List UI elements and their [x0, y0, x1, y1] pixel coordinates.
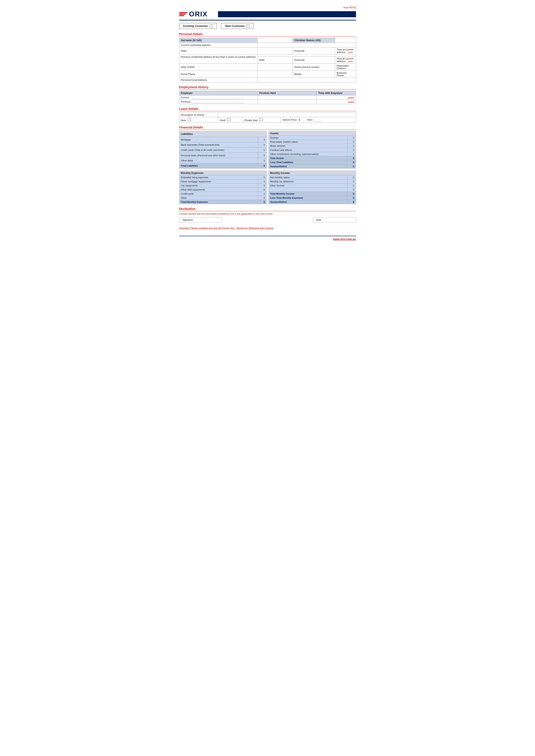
previous-position-value[interactable] — [258, 100, 317, 104]
date-label: Date — [316, 219, 321, 221]
orix-logo-text: ORIX — [189, 10, 208, 18]
motor-vehicles-row: Motor vehicles $ — [268, 144, 356, 148]
total-monthly-income-label: Total Monthly Income — [268, 192, 347, 196]
home-phone-label: Home Phone — [179, 71, 257, 78]
email-value[interactable] — [257, 78, 356, 82]
surname-value[interactable] — [257, 38, 293, 43]
email-label: Personal Email Address — [179, 78, 257, 82]
new-checkbox[interactable] — [188, 118, 191, 121]
dob-value[interactable] — [257, 64, 293, 71]
savings-dollar: $ — [347, 136, 356, 140]
other-investments-label: Other investments (excluding superannuat… — [268, 152, 347, 156]
less-total-monthly-expenses-label: Less Total Monthly Expenses — [268, 196, 347, 200]
term-label: Term — [307, 119, 313, 121]
credit-cards-exp-row: Credit cards $ — [179, 192, 267, 196]
christian-names-label: Christian Names (All): — [293, 38, 335, 43]
form-number: Form P07/16 — [179, 7, 356, 9]
other-exp-dollar: $ — [258, 196, 267, 200]
drivers-licence-label: Drivers licence number — [293, 64, 335, 71]
private-sale-checkbox[interactable] — [260, 118, 263, 121]
credit-cards-row: Credit cards (Total of all credit card l… — [179, 148, 267, 152]
monthly-section: Monthly Expenses Estimated living expens… — [179, 171, 356, 204]
personal-debts-row: Personal debts (Personal and other loans… — [179, 152, 267, 158]
car-repayments-row: Car repayments $ — [179, 184, 267, 188]
new-customer-label: New Customer — [225, 24, 245, 28]
real-estate-dollar: $ — [347, 140, 356, 144]
real-estate-label: Real estate (market value) — [268, 140, 347, 144]
existing-customer-checkbox[interactable] — [210, 25, 212, 28]
date-box[interactable]: Date — [313, 217, 356, 222]
home-phone-value[interactable] — [257, 71, 293, 78]
credit-cards-exp-dollar: $ — [258, 192, 267, 196]
surplus-deficit-label: Surplus/Deficit — [268, 164, 347, 169]
term-value[interactable] — [313, 119, 322, 121]
monthly-car-allowance-label: Monthly car allowance — [268, 179, 347, 184]
new-label: New — [179, 117, 218, 122]
liabilities-assets-section: Liabilities Mortgage $ Bank overdrafts (… — [179, 131, 356, 169]
new-customer-box[interactable]: New Customer — [221, 23, 254, 29]
current-position-value[interactable] — [258, 95, 317, 100]
total-monthly-expenses-row: Total Monthly Expenses $ — [179, 200, 267, 204]
signature-box[interactable]: Signature — [179, 217, 222, 222]
other-debts-dollar: $ — [258, 158, 267, 163]
christian-names-value[interactable] — [335, 38, 356, 43]
header-blue-bar — [218, 11, 356, 17]
current-employer-label: Current — [181, 96, 189, 99]
prev-address-label: Previous residential address (if less th… — [179, 55, 257, 64]
prev-address-value[interactable] — [257, 55, 356, 56]
home-mortgage-row: Home mortgage repayments $ — [179, 179, 267, 184]
page-header: ORIX — [179, 10, 356, 20]
state-label: State — [179, 47, 257, 55]
employment-table: Employer Position Held Time with Employe… — [179, 91, 356, 104]
postcode-label: Postcode — [294, 50, 304, 52]
financial-details-title: Financial Details — [179, 126, 356, 130]
used-checkbox[interactable] — [228, 118, 231, 121]
monthly-car-allowance-row: Monthly car allowance $ — [268, 179, 356, 184]
prev-state-label: State — [257, 56, 293, 64]
current-address-value[interactable] — [257, 43, 356, 47]
vehicle-price-cell: Vehicle Price $ Term — [281, 117, 356, 122]
dependant-children-label: Dependant Children — [337, 65, 349, 69]
existing-customer-box[interactable]: Existing Customer — [179, 23, 217, 29]
logo-stripes — [179, 12, 187, 16]
existing-customer-label: Existing Customer — [183, 24, 208, 28]
savings-label: Savings — [268, 136, 347, 140]
net-monthly-salary-row: Net monthly salary $ — [268, 176, 356, 179]
mobile-label: Mobile — [293, 71, 335, 78]
personal-details-table: Surname (In full): Christian Names (All)… — [179, 38, 356, 82]
total-assets-dollar: $ — [347, 156, 356, 160]
motor-vehicles-dollar: $ — [347, 144, 356, 148]
personal-debts-label: Personal debts (Personal and other loans… — [179, 152, 258, 158]
description-label: Description of vehicle — [179, 113, 218, 117]
income-surplus-deficit-row: Surplus/Deficit $ — [268, 200, 356, 204]
total-liabilities-dollar: $ — [258, 163, 267, 168]
savings-row: Savings $ — [268, 136, 356, 140]
employment-history-title: Employment History — [179, 85, 356, 90]
new-customer-checkbox[interactable] — [246, 25, 249, 28]
vehicle-price-label: Vehicle Price — [282, 119, 296, 121]
less-total-liabilities-row: Less Total Liabilities $ — [268, 160, 356, 164]
state-value[interactable] — [257, 47, 293, 55]
monthly-car-allowance-dollar: $ — [347, 179, 356, 184]
important-text: Important: Please complete and sign the … — [179, 227, 356, 229]
current-employer-row: Current years — [179, 95, 356, 100]
signature-row: Signature Date — [179, 217, 356, 222]
declaration-text: I hereby declare that the information pr… — [179, 212, 356, 215]
total-assets-row: Total Assets $ — [268, 156, 356, 160]
employer-header: Employer — [179, 91, 258, 95]
description-value[interactable] — [218, 113, 356, 117]
other-income-label: Other income — [268, 184, 347, 188]
net-monthly-salary-label: Net monthly salary — [268, 176, 347, 179]
estimated-living-label: Estimated living expenses — [179, 176, 258, 179]
mortgage-row: Mortgage $ — [179, 137, 267, 142]
other-exp-label: Other — [179, 196, 258, 200]
other-exp-row: Other $ — [179, 196, 267, 200]
monthly-income-header: Monthly Income — [268, 171, 356, 176]
time-with-employer-header: Time with Employer — [317, 91, 356, 95]
lease-table: Description of vehicle New Used Private … — [179, 113, 356, 122]
position-held-header: Position Held — [258, 91, 317, 95]
signature-label: Signature — [183, 219, 193, 221]
credit-cards-label: Credit cards (Total of all credit card l… — [179, 148, 258, 152]
footer-url[interactable]: www.orix.com.au — [333, 237, 356, 241]
other-investments-row: Other investments (excluding superannuat… — [268, 152, 356, 156]
